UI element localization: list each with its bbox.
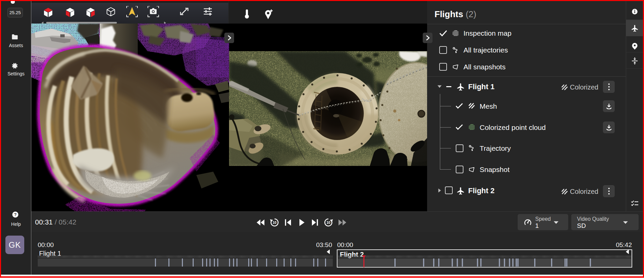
svg-text:10: 10 <box>272 221 277 224</box>
svg-text:10: 10 <box>326 221 330 224</box>
svg-text:?: ? <box>14 212 17 217</box>
